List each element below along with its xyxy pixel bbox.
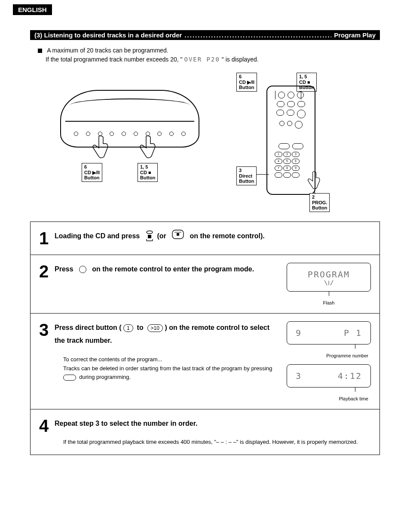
step4-text: Repeat step 3 to select the number in or…: [55, 417, 371, 430]
direct-button-10-icon: >10: [147, 324, 163, 332]
callout-label: Direct: [239, 173, 254, 179]
callout-label: PROG.: [312, 200, 327, 206]
display-program-text: PROGRAM: [308, 269, 350, 280]
callout-sub: Button: [239, 178, 254, 184]
callout-steps: 2: [312, 194, 327, 200]
callout-remote-top-left: 6 CD ▶/II Button: [236, 73, 257, 92]
display2-left: 3: [296, 371, 302, 381]
display-prog-number: 9 P 1: [287, 321, 371, 344]
display-playback-time: 3 4:12: [287, 364, 371, 387]
callout-steps: 6: [84, 164, 100, 170]
step-4: 4 Repeat step 3 to select the number in …: [31, 409, 379, 455]
callout-unit-left: 6 CD ▶/II Button: [82, 163, 102, 182]
steps-table: 1 Loading the CD and press (o: [30, 221, 380, 455]
callout-sub: Button: [239, 85, 254, 90]
intro-line2a: If the total programmed track number exc…: [46, 56, 183, 63]
step3-text-a: Press direct button (: [55, 324, 122, 331]
direct-button-1-icon: 1: [123, 324, 133, 332]
hand-icon: [138, 135, 157, 165]
device-outline: [60, 90, 199, 148]
step-number: 2: [33, 263, 55, 305]
step-1: 1 Loading the CD and press (o: [31, 222, 379, 255]
flash-mark-icon: ╲ | ╱: [291, 280, 366, 285]
display1-sub: Programme number: [287, 353, 371, 358]
step4-note: If the total programmed playback time ex…: [63, 438, 371, 447]
callout-remote-bottom-right: 2 PROG. Button: [309, 193, 330, 212]
display1-right: P 1: [344, 328, 362, 338]
intro-line1: A maximum of 20 tracks can be programmed…: [47, 47, 168, 54]
intro-line2b: " is displayed.: [222, 56, 259, 63]
callout-steps: 1, 5: [140, 164, 155, 170]
intro-block: A maximum of 20 tracks can be programmed…: [38, 46, 380, 64]
step-3: 3 Press direct button ( 1 to >10 ) on th…: [31, 313, 379, 409]
callout-sub: Button: [84, 175, 100, 181]
step2-text-a: Press: [55, 265, 73, 273]
step3-note-b: during programming.: [79, 374, 131, 380]
callout-sub: Button: [312, 205, 327, 211]
callout-unit-right: 1, 5 CD ■ Button: [138, 163, 158, 182]
section-suffix: Program Play: [334, 31, 376, 39]
display-program: PROGRAM ╲ | ╱: [287, 263, 371, 292]
callout-label: CD ▶/II: [239, 80, 254, 85]
display2-right: 4:12: [338, 371, 362, 381]
svg-point-0: [147, 231, 153, 234]
stop-open-icon: [146, 231, 153, 243]
step1-text-b: (or: [157, 232, 166, 240]
callout-sub: Button: [140, 175, 155, 181]
diagrams-row: 6 CD ▶/II Button 1, 5 CD ■ Button 6 CD ▶…: [56, 73, 380, 210]
callout-label: CD ▶/II: [84, 170, 100, 175]
step-number: 1: [33, 230, 55, 247]
callout-steps: 3: [239, 168, 254, 173]
step-number: 3: [33, 321, 55, 401]
section-title: (3) Listening to desired tracks in a des…: [34, 31, 182, 39]
step3-note-a: Tracks can be deleted in order starting …: [63, 365, 272, 372]
display1-left: 9: [296, 328, 302, 338]
step3-to: to: [137, 324, 144, 331]
step3-note-title: To correct the contents of the program..…: [63, 355, 281, 364]
step1-text-c: on the remote control).: [190, 232, 265, 240]
callout-steps: 1, 5: [299, 74, 314, 80]
callout-label: CD ■: [140, 170, 155, 175]
remote-stop-button-icon: [172, 230, 184, 243]
display-sub-flash: Flash: [287, 300, 371, 305]
callout-steps: 6: [239, 74, 254, 80]
hand-icon: [90, 135, 110, 165]
svg-rect-3: [177, 233, 179, 236]
step-number: 4: [33, 417, 55, 447]
remote-diagram: 6 CD ▶/II Button 1, 5 CD ■ Button: [232, 73, 344, 210]
step1-text-a: Loading the CD and press: [55, 232, 140, 240]
step-2: 2 Press on the remote control to enter t…: [31, 255, 379, 313]
cancel-button-icon: [63, 375, 76, 381]
hand-icon: [306, 171, 321, 195]
section-title-bar: (3) Listening to desired tracks in a des…: [30, 30, 380, 40]
intro-lcd: OVER P20: [184, 56, 220, 63]
display2-sub: Playback time: [287, 396, 371, 401]
main-unit-diagram: 6 CD ▶/II Button 1, 5 CD ■ Button: [56, 73, 202, 185]
step2-text-b: on the remote control to enter the progr…: [92, 265, 254, 273]
callout-remote-mid-left: 3 Direct Button: [236, 166, 257, 185]
callout-label: CD ■: [299, 80, 314, 85]
prog-button-icon: [79, 266, 86, 273]
bullet-icon: [38, 49, 42, 53]
svg-rect-1: [148, 235, 151, 238]
language-tab: ENGLISH: [13, 4, 52, 15]
section-dots: ........................................…: [184, 31, 331, 39]
